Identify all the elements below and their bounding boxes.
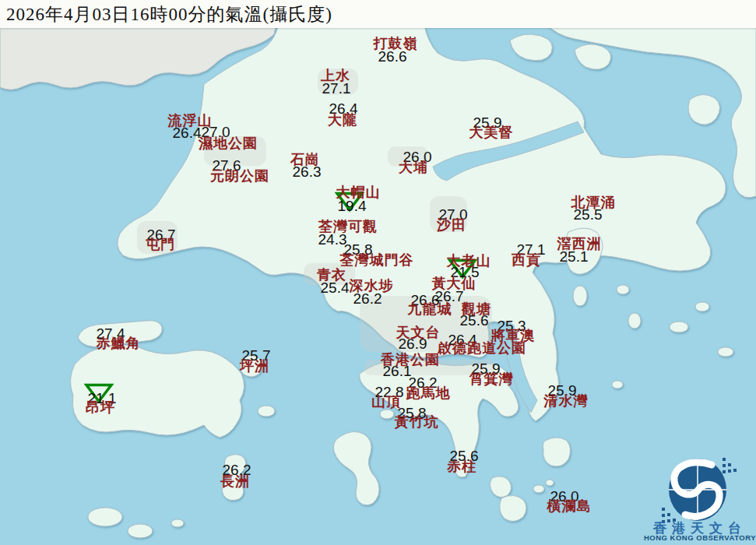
station-name: 筲箕灣	[469, 372, 514, 386]
station-name: 黃大仙	[432, 276, 476, 290]
station-name: 北潭涌	[571, 195, 616, 209]
station-name: 黃竹坑	[395, 415, 439, 429]
station-name: 啟德跑道公園	[438, 341, 526, 355]
station-name: 荃灣可觀	[318, 220, 378, 234]
station-name: 荃灣城門谷	[340, 253, 414, 267]
station-name: 大老山	[447, 254, 491, 268]
station-name: 橫瀾島	[547, 499, 592, 513]
page-title: 2026年4月03日16時00分的氣溫(攝氏度)	[6, 2, 332, 26]
station-name: 上水	[321, 69, 350, 83]
station-name: 香港公園	[381, 353, 440, 367]
station-name: 屯門	[146, 237, 175, 251]
temperature-map-screen: 26.6打鼓嶺27.1上水26.4大隴26.4流浮山27.0濕地公園27.6元朗…	[0, 0, 756, 545]
station-name: 九龍城	[408, 302, 452, 316]
station-name: 跑馬地	[406, 386, 451, 400]
station-name: 滘西洲	[557, 237, 602, 251]
title-bar: 2026年4月03日16時00分的氣溫(攝氏度)	[0, 0, 756, 28]
station-name: 打鼓嶺	[374, 37, 418, 51]
stations-layer: 26.6打鼓嶺27.1上水26.4大隴26.4流浮山27.0濕地公園27.6元朗…	[0, 0, 756, 545]
station-name: 坪洲	[240, 359, 269, 373]
station-name: 元朗公園	[210, 169, 269, 183]
station-name: 清水灣	[544, 394, 589, 408]
station-name: 西貢	[512, 253, 541, 267]
hko-logo-name-zh: 香港天文台	[653, 522, 747, 535]
station-name: 濕地公園	[199, 136, 258, 150]
station-name: 天文台	[396, 325, 441, 339]
station-name: 長洲	[220, 474, 250, 488]
station-temp: 19.4	[338, 199, 367, 213]
station-name: 大帽山	[336, 185, 381, 199]
station-name: 石崗	[290, 153, 320, 167]
station-name: 觀塘	[462, 302, 491, 316]
hko-logo-name-en: HONG KONG OBSERVATORY	[644, 534, 756, 542]
station-name: 赤鱲角	[97, 336, 141, 350]
station-name: 山頂	[371, 395, 401, 409]
station-name: 深水埗	[350, 279, 394, 293]
station-name: 大隴	[328, 113, 357, 127]
station-name: 大埔	[399, 160, 428, 174]
station-name: 大美督	[469, 125, 514, 139]
station-name: 沙田	[437, 218, 466, 232]
station-name: 青衣	[317, 268, 346, 282]
station-name: 昂坪	[86, 400, 115, 414]
station-name: 赤柱	[447, 459, 476, 473]
